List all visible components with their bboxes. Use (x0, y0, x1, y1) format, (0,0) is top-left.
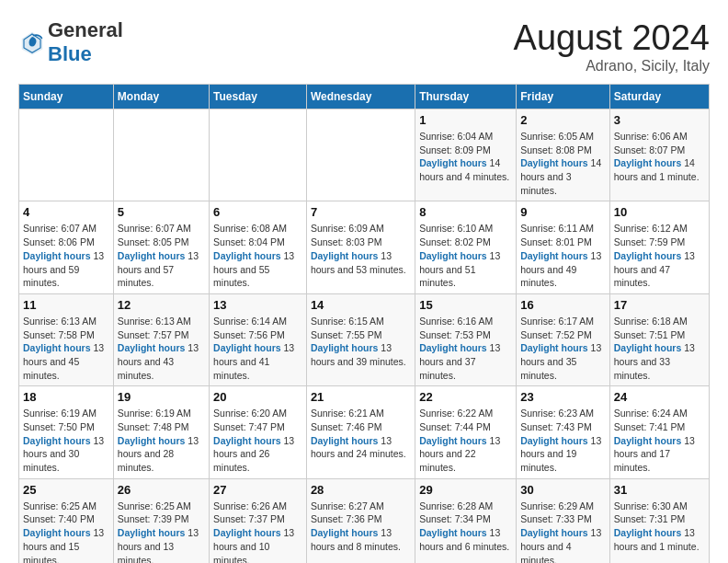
calendar-week-3: 11Sunrise: 6:13 AMSunset: 7:58 PMDayligh… (19, 293, 710, 385)
header-friday: Friday (517, 85, 610, 109)
day-info: Sunrise: 6:27 AMSunset: 7:36 PMDaylight … (311, 500, 411, 554)
day-info: Sunrise: 6:22 AMSunset: 7:44 PMDaylight … (419, 407, 512, 474)
calendar-cell: 15Sunrise: 6:16 AMSunset: 7:53 PMDayligh… (415, 293, 517, 385)
day-info: Sunrise: 6:05 AMSunset: 8:08 PMDaylight … (520, 130, 606, 197)
calendar-week-5: 25Sunrise: 6:25 AMSunset: 7:40 PMDayligh… (19, 478, 710, 563)
day-info: Sunrise: 6:13 AMSunset: 7:58 PMDaylight … (23, 315, 109, 382)
calendar-cell: 5Sunrise: 6:07 AMSunset: 8:05 PMDaylight… (113, 201, 209, 293)
calendar-table: Sunday Monday Tuesday Wednesday Thursday… (18, 84, 710, 563)
day-number: 18 (23, 390, 109, 404)
day-number: 16 (520, 298, 606, 312)
day-number: 5 (118, 205, 205, 219)
day-number: 15 (419, 298, 512, 312)
day-info: Sunrise: 6:18 AMSunset: 7:51 PMDaylight … (614, 315, 705, 382)
day-number: 29 (419, 483, 512, 497)
day-number: 24 (614, 390, 705, 404)
day-number: 9 (520, 205, 606, 219)
calendar-cell: 9Sunrise: 6:11 AMSunset: 8:01 PMDaylight… (517, 201, 610, 293)
logo-text: General Blue (48, 18, 123, 66)
day-info: Sunrise: 6:06 AMSunset: 8:07 PMDaylight … (614, 130, 705, 184)
calendar-cell: 24Sunrise: 6:24 AMSunset: 7:41 PMDayligh… (609, 386, 709, 478)
day-info: Sunrise: 6:13 AMSunset: 7:57 PMDaylight … (118, 315, 205, 382)
day-info: Sunrise: 6:07 AMSunset: 8:06 PMDaylight … (23, 222, 109, 289)
day-info: Sunrise: 6:25 AMSunset: 7:40 PMDaylight … (23, 500, 109, 563)
day-info: Sunrise: 6:11 AMSunset: 8:01 PMDaylight … (520, 222, 606, 289)
day-info: Sunrise: 6:10 AMSunset: 8:02 PMDaylight … (419, 222, 512, 289)
day-number: 21 (311, 390, 411, 404)
header-thursday: Thursday (415, 85, 517, 109)
calendar-cell: 3Sunrise: 6:06 AMSunset: 8:07 PMDaylight… (609, 109, 709, 201)
logo-general-text: General (48, 18, 123, 41)
day-info: Sunrise: 6:25 AMSunset: 7:39 PMDaylight … (118, 500, 205, 563)
calendar-cell: 26Sunrise: 6:25 AMSunset: 7:39 PMDayligh… (113, 478, 209, 563)
day-info: Sunrise: 6:23 AMSunset: 7:43 PMDaylight … (520, 407, 606, 474)
calendar-week-2: 4Sunrise: 6:07 AMSunset: 8:06 PMDaylight… (19, 201, 710, 293)
calendar-cell: 21Sunrise: 6:21 AMSunset: 7:46 PMDayligh… (306, 386, 415, 478)
logo-icon (18, 29, 46, 56)
header-tuesday: Tuesday (210, 85, 307, 109)
day-info: Sunrise: 6:19 AMSunset: 7:50 PMDaylight … (23, 407, 109, 474)
day-info: Sunrise: 6:29 AMSunset: 7:33 PMDaylight … (520, 500, 606, 563)
day-info: Sunrise: 6:28 AMSunset: 7:34 PMDaylight … (419, 500, 512, 554)
day-number: 30 (520, 483, 606, 497)
day-info: Sunrise: 6:07 AMSunset: 8:05 PMDaylight … (118, 222, 205, 289)
header-row: Sunday Monday Tuesday Wednesday Thursday… (19, 85, 710, 109)
calendar-cell: 30Sunrise: 6:29 AMSunset: 7:33 PMDayligh… (517, 478, 610, 563)
calendar-cell: 4Sunrise: 6:07 AMSunset: 8:06 PMDaylight… (19, 201, 114, 293)
day-number: 27 (213, 483, 302, 497)
day-info: Sunrise: 6:12 AMSunset: 7:59 PMDaylight … (614, 222, 705, 289)
calendar-cell: 31Sunrise: 6:30 AMSunset: 7:31 PMDayligh… (609, 478, 709, 563)
day-number: 8 (419, 205, 512, 219)
day-number: 7 (311, 205, 411, 219)
calendar-cell: 16Sunrise: 6:17 AMSunset: 7:52 PMDayligh… (517, 293, 610, 385)
calendar-cell: 8Sunrise: 6:10 AMSunset: 8:02 PMDaylight… (415, 201, 517, 293)
day-number: 2 (520, 113, 606, 127)
calendar-cell: 28Sunrise: 6:27 AMSunset: 7:36 PMDayligh… (306, 478, 415, 563)
calendar-cell: 11Sunrise: 6:13 AMSunset: 7:58 PMDayligh… (19, 293, 114, 385)
calendar-cell (306, 109, 415, 201)
day-info: Sunrise: 6:09 AMSunset: 8:03 PMDaylight … (311, 222, 411, 276)
calendar-cell: 25Sunrise: 6:25 AMSunset: 7:40 PMDayligh… (19, 478, 114, 563)
calendar-cell: 10Sunrise: 6:12 AMSunset: 7:59 PMDayligh… (609, 201, 709, 293)
calendar-title: August 2024 (514, 18, 710, 58)
calendar-cell: 29Sunrise: 6:28 AMSunset: 7:34 PMDayligh… (415, 478, 517, 563)
day-number: 14 (311, 298, 411, 312)
logo: General Blue (18, 18, 123, 66)
header-wednesday: Wednesday (306, 85, 415, 109)
day-number: 26 (118, 483, 205, 497)
day-number: 12 (118, 298, 205, 312)
title-block: August 2024 Adrano, Sicily, Italy (514, 18, 710, 75)
calendar-subtitle: Adrano, Sicily, Italy (514, 58, 710, 75)
day-number: 13 (213, 298, 302, 312)
calendar-cell: 6Sunrise: 6:08 AMSunset: 8:04 PMDaylight… (210, 201, 307, 293)
logo-blue-text: Blue (48, 42, 92, 65)
calendar-cell: 2Sunrise: 6:05 AMSunset: 8:08 PMDaylight… (517, 109, 610, 201)
calendar-cell: 17Sunrise: 6:18 AMSunset: 7:51 PMDayligh… (609, 293, 709, 385)
day-number: 1 (419, 113, 512, 127)
calendar-cell: 18Sunrise: 6:19 AMSunset: 7:50 PMDayligh… (19, 386, 114, 478)
calendar-cell: 13Sunrise: 6:14 AMSunset: 7:56 PMDayligh… (210, 293, 307, 385)
day-info: Sunrise: 6:14 AMSunset: 7:56 PMDaylight … (213, 315, 302, 382)
calendar-week-1: 1Sunrise: 6:04 AMSunset: 8:09 PMDaylight… (19, 109, 710, 201)
calendar-cell: 12Sunrise: 6:13 AMSunset: 7:57 PMDayligh… (113, 293, 209, 385)
calendar-cell: 7Sunrise: 6:09 AMSunset: 8:03 PMDaylight… (306, 201, 415, 293)
calendar-week-4: 18Sunrise: 6:19 AMSunset: 7:50 PMDayligh… (19, 386, 710, 478)
calendar-cell (113, 109, 209, 201)
day-info: Sunrise: 6:17 AMSunset: 7:52 PMDaylight … (520, 315, 606, 382)
calendar-cell: 20Sunrise: 6:20 AMSunset: 7:47 PMDayligh… (210, 386, 307, 478)
header-saturday: Saturday (609, 85, 709, 109)
day-info: Sunrise: 6:04 AMSunset: 8:09 PMDaylight … (419, 130, 512, 184)
calendar-cell: 22Sunrise: 6:22 AMSunset: 7:44 PMDayligh… (415, 386, 517, 478)
day-info: Sunrise: 6:19 AMSunset: 7:48 PMDaylight … (118, 407, 205, 474)
calendar-cell: 19Sunrise: 6:19 AMSunset: 7:48 PMDayligh… (113, 386, 209, 478)
calendar-cell (19, 109, 114, 201)
day-number: 17 (614, 298, 705, 312)
calendar-cell: 1Sunrise: 6:04 AMSunset: 8:09 PMDaylight… (415, 109, 517, 201)
calendar-cell (210, 109, 307, 201)
day-info: Sunrise: 6:20 AMSunset: 7:47 PMDaylight … (213, 407, 302, 474)
page-header: General Blue August 2024 Adrano, Sicily,… (18, 18, 710, 75)
day-number: 22 (419, 390, 512, 404)
day-number: 3 (614, 113, 705, 127)
header-sunday: Sunday (19, 85, 114, 109)
day-info: Sunrise: 6:21 AMSunset: 7:46 PMDaylight … (311, 407, 411, 461)
